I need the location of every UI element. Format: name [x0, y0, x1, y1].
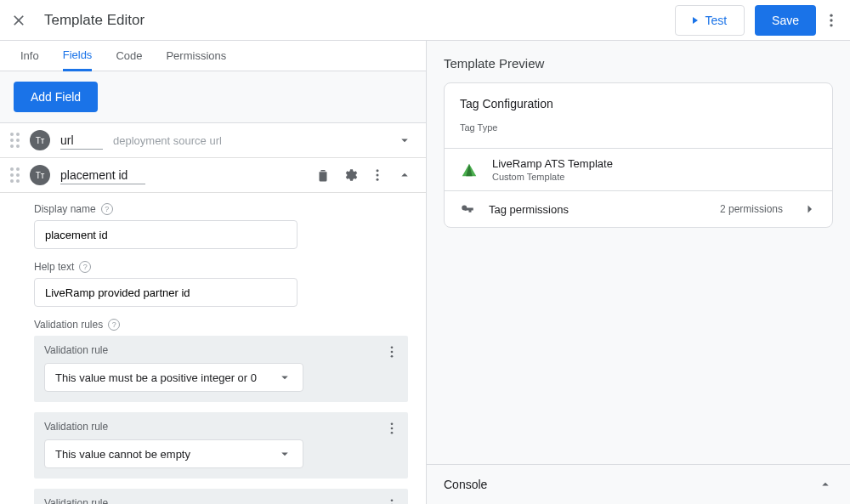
- tag-type-label: Tag Type: [460, 122, 817, 133]
- validation-rules-label: Validation rules?: [34, 319, 412, 331]
- console-bar[interactable]: Console: [427, 464, 850, 504]
- display-name-label: Display name?: [34, 203, 412, 215]
- permissions-label: Tag permissions: [489, 203, 569, 216]
- field-name[interactable]: placement id: [60, 167, 145, 184]
- permissions-row[interactable]: Tag permissions 2 permissions: [445, 191, 832, 227]
- rule-label: Validation rule: [44, 344, 398, 356]
- help-text-label: Help text?: [34, 261, 412, 273]
- type-icon: Tт: [30, 165, 50, 185]
- svg-point-3: [377, 169, 379, 172]
- help-text-input[interactable]: [34, 278, 298, 307]
- chevron-down-icon: [277, 370, 292, 385]
- template-name: LiveRamp ATS Template: [492, 157, 613, 170]
- rule-label: Validation rule: [44, 421, 398, 433]
- tab-fields[interactable]: Fields: [63, 41, 93, 71]
- svg-point-2: [830, 24, 832, 26]
- rule-label: Validation rule: [44, 497, 398, 504]
- close-icon[interactable]: [10, 12, 27, 29]
- permissions-count: 2 permissions: [720, 203, 783, 215]
- svg-point-0: [830, 14, 832, 16]
- template-row[interactable]: LiveRamp ATS Template Custom Template: [445, 148, 832, 191]
- svg-point-6: [391, 346, 394, 348]
- chevron-down-icon[interactable]: [397, 133, 412, 148]
- delete-icon[interactable]: [315, 167, 331, 183]
- validation-rule: Validation rule This value must be a pos…: [34, 336, 408, 402]
- more-icon[interactable]: [384, 497, 400, 504]
- help-icon[interactable]: ?: [79, 261, 91, 273]
- tab-info[interactable]: Info: [20, 41, 39, 71]
- config-title: Tag Configuration: [460, 97, 817, 110]
- tab-code[interactable]: Code: [116, 41, 142, 71]
- chevron-right-icon: [802, 201, 817, 217]
- field-name[interactable]: url: [60, 132, 103, 150]
- add-field-button[interactable]: Add Field: [14, 82, 98, 112]
- more-icon[interactable]: [823, 12, 840, 29]
- play-icon: [693, 17, 698, 24]
- display-name-input[interactable]: [34, 220, 298, 249]
- more-icon[interactable]: [384, 421, 400, 436]
- validation-rule: Validation rule This value cannot be emp…: [34, 489, 408, 504]
- rule-select[interactable]: This value must be a positive integer or…: [44, 363, 303, 392]
- preview-title: Template Preview: [427, 41, 850, 82]
- tag-config-card: Tag Configuration Tag Type LiveRamp ATS …: [444, 82, 833, 228]
- more-icon[interactable]: [370, 167, 385, 183]
- svg-point-8: [391, 355, 394, 358]
- test-button[interactable]: Test: [675, 5, 745, 36]
- svg-point-4: [377, 174, 379, 177]
- page-title: Template Editor: [44, 12, 144, 29]
- validation-rule: Validation rule This value cannot be emp…: [34, 412, 408, 479]
- svg-point-11: [391, 432, 394, 434]
- field-hint: deployment source url: [113, 134, 222, 147]
- svg-point-1: [830, 19, 832, 21]
- save-button[interactable]: Save: [755, 5, 816, 36]
- liveramp-logo-icon: [460, 161, 479, 179]
- tabs: Info Fields Code Permissions: [0, 41, 426, 71]
- drag-handle-icon[interactable]: [10, 133, 20, 148]
- field-row[interactable]: Tт placement id: [0, 158, 426, 193]
- svg-point-9: [391, 422, 394, 425]
- svg-point-12: [391, 499, 394, 501]
- drag-handle-icon[interactable]: [10, 167, 20, 183]
- template-sub: Custom Template: [492, 172, 613, 182]
- rule-select[interactable]: This value cannot be empty: [44, 439, 303, 468]
- chevron-down-icon: [277, 446, 292, 462]
- field-row[interactable]: Tт url deployment source url: [0, 123, 426, 158]
- svg-point-5: [377, 178, 379, 181]
- svg-point-7: [391, 351, 394, 354]
- help-icon[interactable]: ?: [101, 203, 113, 215]
- type-icon: Tт: [30, 130, 50, 150]
- chevron-up-icon[interactable]: [397, 167, 412, 183]
- chevron-up-icon[interactable]: [818, 477, 833, 492]
- key-icon: [460, 201, 475, 217]
- tab-permissions[interactable]: Permissions: [166, 41, 226, 71]
- gear-icon[interactable]: [343, 167, 358, 183]
- svg-point-10: [391, 428, 394, 430]
- help-icon[interactable]: ?: [108, 319, 120, 331]
- more-icon[interactable]: [384, 344, 400, 360]
